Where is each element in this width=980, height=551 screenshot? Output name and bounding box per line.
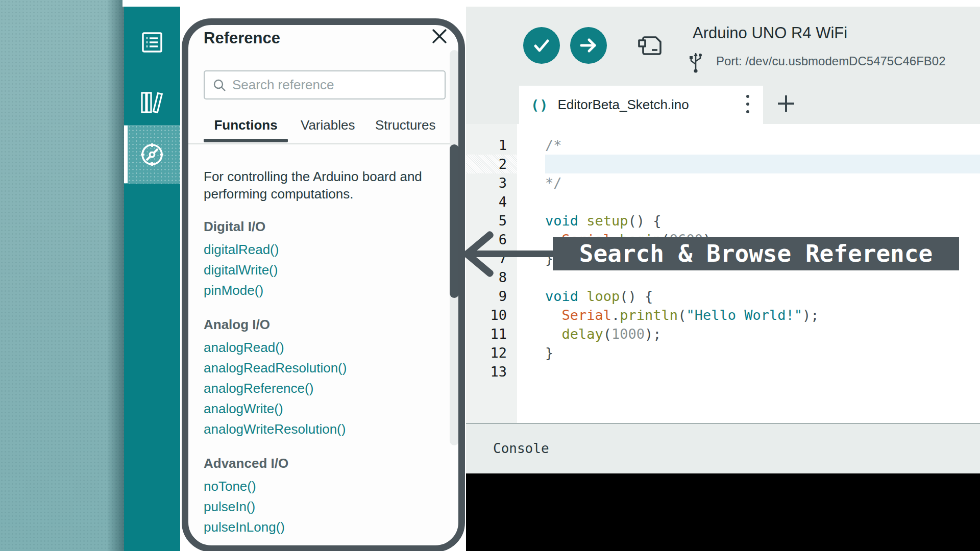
reference-link[interactable]: analogReference(): [204, 378, 428, 398]
section-header: Digital I/O: [204, 219, 428, 234]
reference-link[interactable]: analogReadResolution(): [204, 358, 428, 378]
code-line: */: [545, 173, 562, 192]
line-number: 13: [466, 362, 507, 381]
active-tab-underline: [204, 139, 288, 142]
sidebar-item-library[interactable]: [124, 83, 180, 121]
code-brackets-icon: (): [531, 97, 549, 113]
check-icon: [531, 35, 552, 56]
reference-section: Digital I/O digitalRead()digitalWrite()p…: [204, 219, 428, 300]
console-panel-header[interactable]: Console: [466, 423, 980, 473]
annotation-arrow-shaft: [471, 251, 554, 257]
line-number: 3: [466, 173, 507, 192]
tab-variables[interactable]: Variables: [301, 117, 355, 133]
arrow-right-icon: [578, 35, 599, 56]
console-title: Console: [493, 441, 549, 456]
active-line-highlight: [545, 155, 980, 173]
code-editor[interactable]: 12345678910111213 /**/void setup() { Ser…: [466, 124, 980, 423]
reference-link[interactable]: digitalWrite(): [204, 260, 428, 280]
reference-intro: For controlling the Arduino board and pe…: [204, 168, 428, 203]
scrollbar-thumb[interactable]: [450, 144, 459, 298]
line-number: 9: [466, 287, 507, 306]
reference-link[interactable]: analogRead(): [204, 337, 428, 358]
annotation-label: Search & Browse Reference: [553, 237, 959, 270]
port-label: Port: /dev/cu.usbmodemDC5475C46FB02: [716, 54, 946, 68]
reference-section: Advanced I/O noTone()pulseIn()pulseInLon…: [204, 456, 428, 537]
code-line: delay(1000);: [545, 324, 662, 343]
blurred-backdrop: [0, 0, 124, 551]
verify-button[interactable]: [523, 27, 560, 64]
reference-link[interactable]: digitalRead(): [204, 239, 428, 260]
add-tab-button[interactable]: [778, 95, 794, 112]
reference-panel: Reference Functions Variables Structures…: [188, 25, 458, 544]
code-line: void loop() {: [545, 287, 653, 306]
close-icon[interactable]: [432, 29, 447, 44]
reference-sections: Digital I/O digitalRead()digitalWrite()p…: [204, 219, 428, 537]
sidebar-active-indicator: [124, 126, 128, 183]
line-number: 4: [466, 192, 507, 211]
line-number: 12: [466, 343, 507, 362]
reference-link[interactable]: pulseInLong(): [204, 517, 428, 537]
usb-icon: [688, 49, 703, 73]
sidebar: [124, 7, 180, 551]
line-number: 10: [466, 306, 507, 324]
line-number: 2: [466, 155, 507, 173]
reference-link[interactable]: analogWriteResolution(): [204, 419, 428, 439]
top-strip: [122, 0, 980, 7]
code-line: Serial.println("Hello World!");: [545, 306, 819, 324]
reference-link[interactable]: noTone(): [204, 476, 428, 496]
sidebar-item-reference[interactable]: [124, 125, 180, 184]
reference-section: Analog I/O analogRead()analogReadResolut…: [204, 317, 428, 439]
console-output: [466, 473, 980, 551]
tab-structures[interactable]: Structures: [375, 117, 436, 133]
search-input[interactable]: [232, 77, 445, 93]
sidebar-item-sketchbook[interactable]: [124, 26, 180, 59]
tab-active-sketch[interactable]: () EditorBeta_Sketch.ino: [519, 86, 763, 124]
line-number: 5: [466, 211, 507, 230]
search-icon: [213, 79, 226, 92]
tab-menu-button[interactable]: [744, 95, 752, 113]
code-line: void setup() {: [545, 211, 662, 230]
section-header: Advanced I/O: [204, 456, 428, 471]
code-line: /*: [545, 136, 562, 155]
code-line: }: [545, 343, 553, 362]
library-icon: [139, 89, 165, 116]
reference-panel-title: Reference: [204, 29, 280, 47]
arduino-cloud-editor: Arduino UNO R4 WiFi Port: /dev/cu.usbmod…: [0, 0, 980, 551]
line-number: 11: [466, 324, 507, 343]
tab-functions[interactable]: Functions: [204, 117, 288, 133]
board-selector-icon[interactable]: [638, 36, 663, 56]
sketchbook-icon: [141, 31, 163, 54]
reference-scroll-area[interactable]: For controlling the Arduino board and pe…: [188, 144, 458, 544]
compass-icon: [139, 141, 165, 168]
section-header: Analog I/O: [204, 317, 428, 332]
reference-link[interactable]: pulseIn(): [204, 496, 428, 517]
reference-link[interactable]: pinMode(): [204, 280, 428, 300]
reference-link[interactable]: analogWrite(): [204, 398, 428, 419]
upload-button[interactable]: [570, 27, 607, 64]
line-number: 1: [466, 136, 507, 155]
board-name[interactable]: Arduino UNO R4 WiFi: [693, 24, 847, 42]
tab-filename: EditorBeta_Sketch.ino: [558, 97, 689, 113]
reference-search-box[interactable]: [204, 70, 446, 99]
